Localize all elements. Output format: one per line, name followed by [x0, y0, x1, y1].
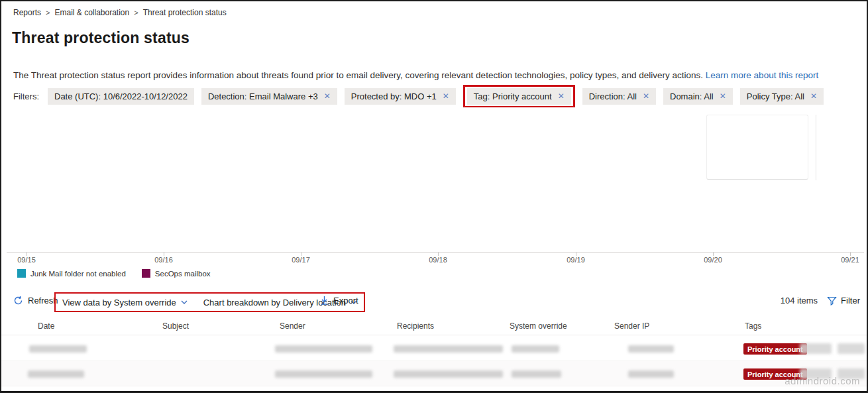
redacted-system-override-cell	[512, 345, 559, 353]
legend-swatch-maroon	[142, 269, 150, 278]
dismiss-icon[interactable]: ✕	[810, 92, 817, 100]
learn-more-link[interactable]: Learn more about this report	[706, 70, 818, 80]
breadcrumb-current: Threat protection status	[143, 8, 227, 17]
column-header-sender-ip[interactable]: Sender IP	[614, 321, 649, 331]
refresh-label: Refresh	[28, 296, 58, 306]
filter-chip-domain-label: Domain: All	[670, 91, 714, 101]
redacted-sender-cell	[275, 370, 372, 378]
filter-chip-date[interactable]: Date (UTC): 10/6/2022-10/12/2022	[48, 88, 194, 105]
filter-chip-protected-by[interactable]: Protected by: MDO +1 ✕	[345, 88, 456, 105]
filter-chip-date-label: Date (UTC): 10/6/2022-10/12/2022	[54, 91, 188, 101]
red-annotation-box-dropdowns: View data by System override Chart break…	[54, 292, 365, 312]
breadcrumb-separator-icon: >	[134, 9, 138, 17]
page-title: Threat protection status	[12, 29, 190, 47]
redacted-tag-badge	[800, 343, 832, 354]
refresh-icon	[13, 296, 23, 306]
filter-chip-direction-label: Direction: All	[589, 91, 637, 101]
view-data-by-dropdown[interactable]: View data by System override	[62, 298, 188, 308]
dismiss-icon[interactable]: ✕	[558, 92, 565, 100]
filter-chip-tag-label: Tag: Priority account	[474, 91, 552, 101]
download-icon	[320, 296, 329, 306]
legend-label: SecOps mailbox	[155, 270, 211, 278]
priority-account-badge: Priority account	[743, 343, 807, 355]
redacted-sender-ip-cell	[628, 370, 674, 378]
dismiss-icon[interactable]: ✕	[324, 92, 331, 100]
table-toolbar: Refresh View data by System override Cha…	[1, 292, 868, 313]
dismiss-icon[interactable]: ✕	[643, 92, 649, 100]
filter-chip-detection-label: Detection: Email Malware +3	[208, 91, 318, 101]
redacted-sender-ip-cell	[628, 345, 674, 353]
legend-item-secops: SecOps mailbox	[142, 269, 211, 278]
redacted-recipients-cell	[394, 345, 503, 353]
view-data-by-label: View data by System override	[62, 298, 176, 308]
export-button[interactable]: Export	[320, 296, 358, 306]
filter-chip-domain[interactable]: Domain: All ✕	[663, 88, 733, 105]
redacted-date-cell	[28, 370, 84, 378]
redacted-system-override-cell	[512, 370, 561, 378]
filter-chip-detection[interactable]: Detection: Email Malware +3 ✕	[201, 88, 337, 105]
refresh-button[interactable]: Refresh	[13, 296, 58, 306]
breadcrumb-email-collaboration[interactable]: Email & collaboration	[54, 8, 129, 17]
filters-label: Filters:	[13, 91, 39, 101]
filter-button[interactable]: Filter	[827, 296, 860, 306]
breadcrumb: Reports > Email & collaboration > Threat…	[13, 8, 227, 17]
column-header-subject[interactable]: Subject	[162, 321, 189, 331]
column-header-date[interactable]: Date	[38, 321, 54, 331]
chart-divider-line	[816, 115, 816, 180]
dismiss-icon[interactable]: ✕	[443, 92, 449, 100]
x-axis-label: 09/17	[288, 256, 314, 264]
x-axis-line	[7, 252, 864, 253]
x-axis-label: 09/20	[700, 256, 726, 264]
x-axis-label: 09/16	[150, 256, 177, 264]
chart-legend: Junk Mail folder not enabled SecOps mail…	[17, 269, 211, 278]
filter-chip-policy-type-label: Policy Type: All	[747, 91, 804, 101]
table-row[interactable]: Priority account	[1, 336, 868, 361]
description-text: The Threat protection status report prov…	[13, 70, 703, 80]
legend-label: Junk Mail folder not enabled	[30, 270, 126, 278]
red-annotation-box-tag-chip: Tag: Priority account ✕	[463, 85, 575, 108]
breadcrumb-reports[interactable]: Reports	[13, 8, 41, 17]
filters-bar: Filters: Date (UTC): 10/6/2022-10/12/202…	[13, 85, 824, 107]
chevron-down-icon	[181, 300, 188, 304]
table-row[interactable]: Priority account	[1, 361, 868, 386]
page-description: The Threat protection status report prov…	[13, 70, 818, 80]
legend-item-junk-mail: Junk Mail folder not enabled	[17, 269, 126, 278]
filter-chip-protected-by-label: Protected by: MDO +1	[351, 91, 437, 101]
column-header-tags[interactable]: Tags	[745, 321, 761, 331]
watermark: admindroid.com	[785, 375, 860, 386]
redacted-sender-cell	[275, 345, 372, 353]
export-label: Export	[333, 296, 358, 306]
filter-chip-policy-type[interactable]: Policy Type: All ✕	[740, 88, 824, 105]
items-count: 104 items	[781, 296, 818, 306]
toolbar-right-group: 104 items Filter	[781, 296, 860, 306]
column-header-sender[interactable]: Sender	[280, 321, 305, 331]
x-axis-label: 09/15	[13, 256, 40, 264]
redacted-recipients-cell	[394, 370, 503, 378]
legend-swatch-cyan	[17, 269, 26, 278]
filter-chip-direction[interactable]: Direction: All ✕	[582, 88, 656, 105]
table-header: Date Subject Sender Recipients System ov…	[1, 319, 868, 335]
x-axis-label: 09/21	[837, 256, 863, 264]
breadcrumb-separator-icon: >	[46, 9, 50, 17]
x-axis-label: 09/19	[563, 256, 589, 264]
filter-label: Filter	[841, 296, 860, 306]
filter-chip-tag[interactable]: Tag: Priority account ✕	[467, 88, 571, 105]
column-header-system-override[interactable]: System override	[510, 321, 567, 331]
threat-protection-status-page: Reports > Email & collaboration > Threat…	[0, 0, 868, 393]
filter-funnel-icon	[827, 296, 837, 306]
column-header-recipients[interactable]: Recipients	[397, 321, 434, 331]
x-axis-label: 09/18	[425, 256, 451, 264]
redacted-date-cell	[29, 345, 87, 353]
dismiss-icon[interactable]: ✕	[720, 92, 726, 100]
empty-chart-callout	[706, 115, 808, 180]
redacted-tag-badge	[838, 343, 865, 354]
